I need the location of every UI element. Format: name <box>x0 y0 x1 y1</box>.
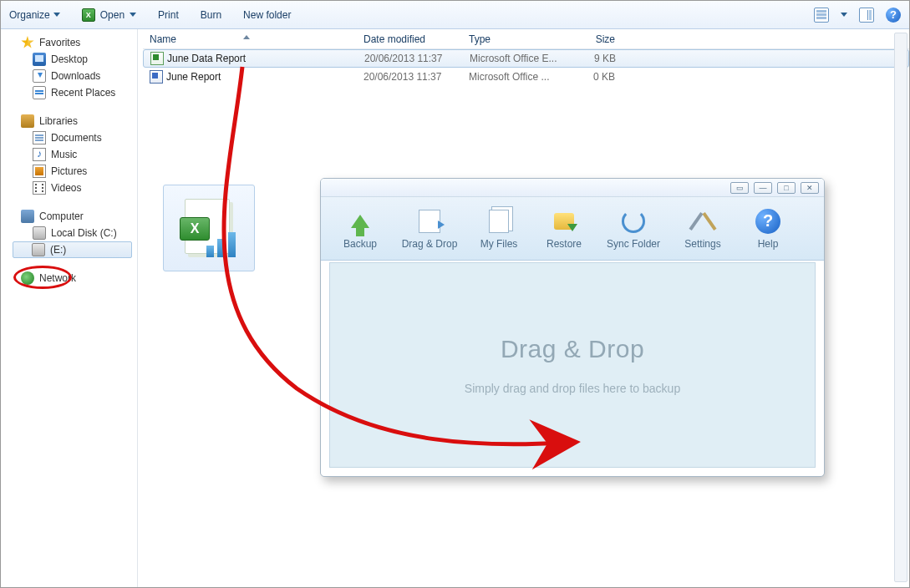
sidebar-item-label: Local Disk (C:) <box>51 227 117 239</box>
app-toolbar: Backup Drag & Drop My Files Restore Sync… <box>321 197 824 261</box>
window-close-button[interactable]: ✕ <box>801 182 819 194</box>
pictures-icon <box>33 165 46 178</box>
sidebar-item-recent[interactable]: Recent Places <box>1 84 137 101</box>
sidebar-item-desktop[interactable]: Desktop <box>1 51 137 68</box>
window-extra-button[interactable]: ▭ <box>730 182 749 194</box>
help-icon: ? <box>755 209 780 234</box>
burn-label: Burn <box>201 9 221 21</box>
restore-icon <box>554 213 574 230</box>
chevron-down-icon <box>53 13 60 17</box>
file-name: June Data Report <box>167 53 246 64</box>
drop-zone[interactable]: Drag & Drop Simply drag and drop files h… <box>329 262 816 468</box>
backup-app-window[interactable]: ▭ — □ ✕ Backup Drag & Drop My Files <box>320 178 825 477</box>
sidebar-item-pictures[interactable]: Pictures <box>1 163 137 180</box>
sort-asc-icon <box>243 35 250 39</box>
view-icon[interactable] <box>814 8 829 23</box>
sidebar-item-label: Music <box>51 149 77 160</box>
column-headers: Name Date modified Type Size <box>143 29 909 49</box>
sidebar-item-downloads[interactable]: Downloads <box>1 68 137 84</box>
libraries-label: Libraries <box>39 115 78 127</box>
backup-button[interactable]: Backup <box>329 202 391 256</box>
preview-pane-icon[interactable] <box>859 8 874 23</box>
new-folder-button[interactable]: New folder <box>243 9 291 21</box>
file-date: 20/06/2013 11:37 <box>364 53 442 64</box>
sidebar-item-documents[interactable]: Documents <box>1 129 137 146</box>
organize-menu[interactable]: Organize <box>9 9 60 21</box>
settings-button[interactable]: Settings <box>672 202 734 256</box>
button-label: Help <box>758 238 779 250</box>
window-minimize-button[interactable]: — <box>754 182 772 194</box>
drag-drop-button[interactable]: Drag & Drop <box>394 202 465 256</box>
navigation-pane: Favorites Desktop Downloads Recent Place… <box>1 29 138 587</box>
button-label: Backup <box>343 238 377 250</box>
network-icon <box>21 271 34 285</box>
excel-large-icon: X <box>180 199 238 257</box>
drive-icon <box>33 226 46 240</box>
column-label: Type <box>469 33 491 45</box>
sidebar-item-drive-e[interactable]: (E:) <box>13 241 132 258</box>
button-label: Drag & Drop <box>402 238 458 250</box>
sync-icon <box>622 210 645 233</box>
restore-button[interactable]: Restore <box>533 202 595 256</box>
music-icon <box>33 148 46 161</box>
button-label: Settings <box>684 238 720 250</box>
desktop-icon <box>33 53 46 66</box>
file-name: June Report <box>166 71 221 83</box>
libraries-icon <box>21 114 34 128</box>
open-menu[interactable]: Open <box>82 8 136 22</box>
explorer-toolbar: Organize Open Print Burn New folder ? <box>1 1 909 29</box>
print-label: Print <box>158 9 179 21</box>
help-icon[interactable]: ? <box>886 8 901 23</box>
column-date[interactable]: Date modified <box>357 33 462 45</box>
app-titlebar: ▭ — □ ✕ <box>321 179 824 197</box>
drag-ghost: X <box>163 185 255 271</box>
burn-button[interactable]: Burn <box>201 9 221 21</box>
chevron-down-icon[interactable] <box>841 13 847 17</box>
print-button[interactable]: Print <box>158 9 179 21</box>
sidebar-item-label: Documents <box>51 132 102 144</box>
organize-label: Organize <box>9 9 50 21</box>
button-label: My Files <box>480 238 518 250</box>
column-type[interactable]: Type <box>462 33 558 45</box>
files-icon <box>489 210 509 233</box>
downloads-icon <box>33 69 46 83</box>
tools-icon <box>691 210 714 233</box>
column-size[interactable]: Size <box>558 33 623 45</box>
sidebar-item-label: Videos <box>51 182 81 194</box>
new-folder-label: New folder <box>243 9 291 21</box>
sidebar-item-label: Downloads <box>51 70 100 82</box>
computer-label: Computer <box>39 210 84 222</box>
vertical-scrollbar[interactable] <box>894 33 907 582</box>
computer-group[interactable]: Computer <box>1 208 137 225</box>
sync-folder-button[interactable]: Sync Folder <box>598 202 669 256</box>
excel-file-icon <box>150 52 164 65</box>
sidebar-item-music[interactable]: Music <box>1 146 137 163</box>
window-maximize-button[interactable]: □ <box>777 182 796 194</box>
network-group[interactable]: Network <box>1 270 137 286</box>
file-row[interactable]: June Data Report 20/06/2013 11:37 Micros… <box>143 49 909 68</box>
libraries-group[interactable]: Libraries <box>1 113 137 129</box>
column-label: Size <box>596 33 615 45</box>
file-row[interactable]: June Report 20/06/2013 11:37 Microsoft O… <box>143 68 909 86</box>
sidebar-item-videos[interactable]: Videos <box>1 180 137 196</box>
help-button[interactable]: ? Help <box>737 202 799 256</box>
videos-icon <box>33 181 46 195</box>
sidebar-item-label: Pictures <box>51 165 87 177</box>
dropzone-title: Drag & Drop <box>501 335 644 363</box>
star-icon <box>21 36 34 49</box>
file-type: Microsoft Office ... <box>469 71 549 83</box>
sidebar-item-label: (E:) <box>50 244 66 256</box>
my-files-button[interactable]: My Files <box>468 202 530 256</box>
open-label: Open <box>100 9 125 21</box>
favorites-group[interactable]: Favorites <box>1 34 137 51</box>
sidebar-item-drive-c[interactable]: Local Disk (C:) <box>1 225 137 241</box>
button-label: Restore <box>547 238 582 250</box>
sidebar-item-label: Recent Places <box>51 87 115 99</box>
column-name[interactable]: Name <box>143 33 357 45</box>
column-label: Name <box>150 33 176 45</box>
file-list-pane: Name Date modified Type Size June Data R… <box>138 29 909 587</box>
sidebar-item-label: Desktop <box>51 53 88 65</box>
arrow-up-icon <box>351 215 369 228</box>
button-label: Sync Folder <box>607 238 660 250</box>
word-file-icon <box>150 70 163 84</box>
